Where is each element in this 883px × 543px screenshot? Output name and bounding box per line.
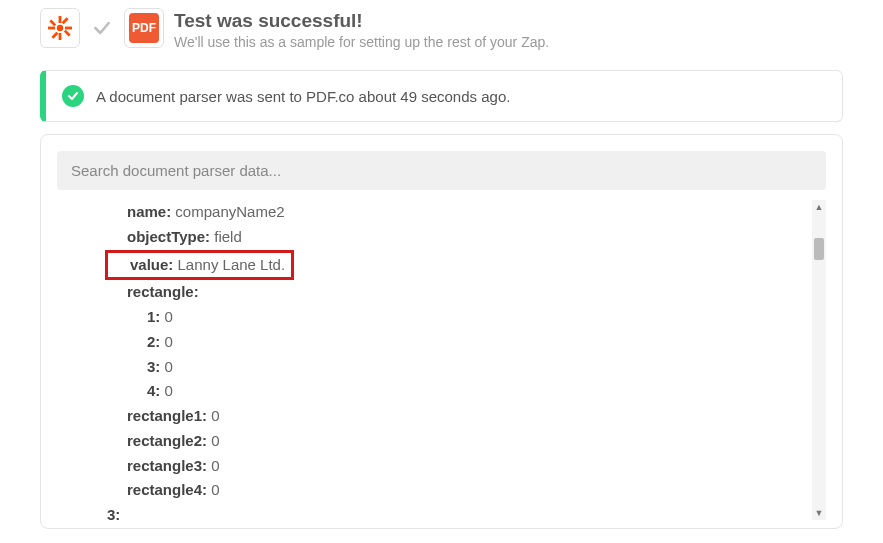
data-index: 3: <box>107 503 808 520</box>
data-row-highlighted: value: Lanny Lane Ltd. <box>127 250 808 281</box>
svg-rect-4 <box>49 19 56 26</box>
data-row: 4: 0 <box>127 379 808 404</box>
data-row: name: companyName2 <box>127 200 808 225</box>
page-title: Test was successful! <box>174 10 549 32</box>
data-row: 3: 0 <box>127 355 808 380</box>
svg-rect-7 <box>51 32 58 39</box>
success-check-icon <box>62 85 84 107</box>
data-row: rectangle2: 0 <box>127 429 808 454</box>
svg-rect-0 <box>59 16 62 23</box>
data-row: rectangle1: 0 <box>127 404 808 429</box>
header-row: PDF Test was successful! We'll use this … <box>0 0 883 62</box>
data-row: rectangle4: 0 <box>127 478 808 503</box>
status-message: A document parser was sent to PDF.co abo… <box>96 88 510 105</box>
svg-point-8 <box>57 25 63 31</box>
svg-rect-3 <box>65 27 72 30</box>
svg-rect-2 <box>48 27 55 30</box>
data-scroll-area[interactable]: name: companyName2 objectType: field val… <box>57 200 826 520</box>
data-row: rectangle3: 0 <box>127 454 808 479</box>
checkmark-icon <box>90 16 114 40</box>
svg-rect-6 <box>62 17 69 24</box>
zapier-icon <box>40 8 80 48</box>
svg-rect-1 <box>59 33 62 40</box>
pdfco-icon: PDF <box>124 8 164 48</box>
pdf-badge: PDF <box>129 13 159 43</box>
data-row: rectangle: <box>127 280 808 305</box>
scroll-thumb[interactable] <box>814 238 824 260</box>
scrollbar[interactable]: ▲ ▼ <box>812 200 826 520</box>
data-row: 2: 0 <box>127 330 808 355</box>
status-bar: A document parser was sent to PDF.co abo… <box>40 70 843 122</box>
data-row: objectType: field <box>127 225 808 250</box>
page-subtitle: We'll use this as a sample for setting u… <box>174 34 549 50</box>
svg-rect-5 <box>64 30 71 37</box>
search-input[interactable] <box>57 151 826 190</box>
scroll-down-icon[interactable]: ▼ <box>812 506 826 520</box>
data-row: 1: 0 <box>127 305 808 330</box>
scroll-up-icon[interactable]: ▲ <box>812 200 826 214</box>
results-panel: name: companyName2 objectType: field val… <box>40 134 843 529</box>
